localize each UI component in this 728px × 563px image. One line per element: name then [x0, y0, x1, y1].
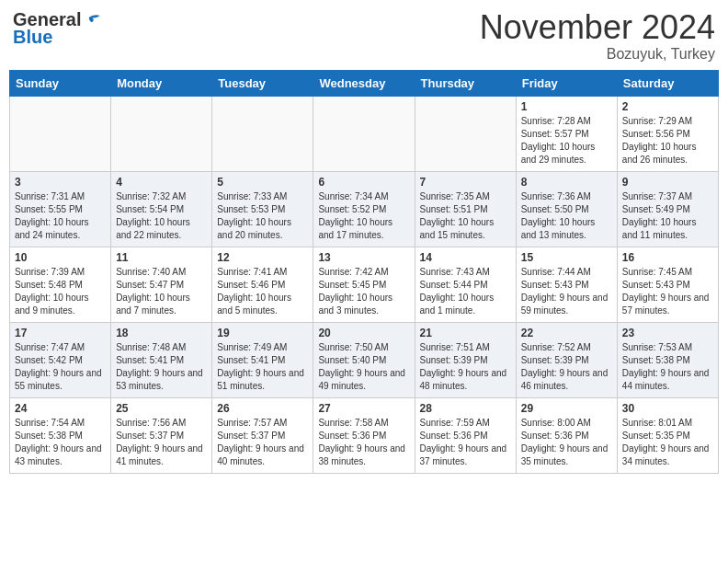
day-info: Sunrise: 7:28 AM Sunset: 5:57 PM Dayligh…	[521, 115, 612, 167]
day-info: Sunrise: 7:37 AM Sunset: 5:49 PM Dayligh…	[622, 190, 713, 242]
calendar-day-cell	[111, 96, 212, 171]
day-number: 9	[622, 176, 713, 189]
day-info: Sunrise: 7:48 AM Sunset: 5:41 PM Dayligh…	[116, 341, 207, 393]
day-info: Sunrise: 7:35 AM Sunset: 5:51 PM Dayligh…	[420, 190, 511, 242]
calendar-day-cell	[313, 96, 415, 171]
day-number: 17	[15, 327, 106, 339]
calendar-day-header: Thursday	[415, 70, 516, 96]
day-number: 22	[521, 327, 612, 339]
calendar-day-cell: 26Sunrise: 7:57 AM Sunset: 5:37 PM Dayli…	[212, 397, 313, 473]
calendar-day-header: Saturday	[617, 70, 718, 96]
calendar-day-cell: 9Sunrise: 7:37 AM Sunset: 5:49 PM Daylig…	[617, 171, 718, 247]
calendar-day-cell: 28Sunrise: 7:59 AM Sunset: 5:36 PM Dayli…	[415, 397, 516, 473]
day-number: 10	[15, 251, 106, 264]
day-info: Sunrise: 7:29 AM Sunset: 5:56 PM Dayligh…	[622, 115, 713, 167]
day-number: 26	[217, 402, 308, 415]
day-info: Sunrise: 7:56 AM Sunset: 5:37 PM Dayligh…	[116, 417, 207, 468]
calendar-day-cell: 24Sunrise: 7:54 AM Sunset: 5:38 PM Dayli…	[10, 397, 111, 473]
calendar-day-cell: 19Sunrise: 7:49 AM Sunset: 5:41 PM Dayli…	[212, 322, 313, 397]
day-info: Sunrise: 7:42 AM Sunset: 5:45 PM Dayligh…	[318, 266, 409, 317]
day-info: Sunrise: 7:39 AM Sunset: 5:48 PM Dayligh…	[15, 266, 106, 317]
calendar-day-cell: 1Sunrise: 7:28 AM Sunset: 5:57 PM Daylig…	[516, 96, 617, 171]
calendar-day-header: Sunday	[10, 70, 111, 96]
day-number: 21	[420, 327, 511, 339]
calendar-week-row: 10Sunrise: 7:39 AM Sunset: 5:48 PM Dayli…	[10, 247, 719, 322]
day-number: 13	[318, 251, 409, 264]
logo-blue: Blue	[13, 27, 52, 48]
calendar-day-cell: 17Sunrise: 7:47 AM Sunset: 5:42 PM Dayli…	[10, 322, 111, 397]
calendar-day-header: Friday	[516, 70, 617, 96]
calendar-day-cell: 22Sunrise: 7:52 AM Sunset: 5:39 PM Dayli…	[516, 322, 617, 397]
day-number: 8	[521, 176, 612, 189]
calendar-day-cell: 30Sunrise: 8:01 AM Sunset: 5:35 PM Dayli…	[617, 397, 718, 473]
day-info: Sunrise: 7:50 AM Sunset: 5:40 PM Dayligh…	[318, 341, 409, 393]
day-number: 18	[116, 327, 207, 339]
calendar-day-cell: 8Sunrise: 7:36 AM Sunset: 5:50 PM Daylig…	[516, 171, 617, 247]
day-info: Sunrise: 8:01 AM Sunset: 5:35 PM Dayligh…	[622, 417, 713, 468]
calendar-day-header: Monday	[111, 70, 212, 96]
calendar-day-cell: 15Sunrise: 7:44 AM Sunset: 5:43 PM Dayli…	[516, 247, 617, 322]
day-number: 1	[521, 100, 612, 113]
calendar-day-cell: 16Sunrise: 7:45 AM Sunset: 5:43 PM Dayli…	[617, 247, 718, 322]
day-number: 3	[15, 176, 106, 189]
day-number: 24	[15, 402, 106, 415]
day-number: 20	[318, 327, 409, 339]
day-info: Sunrise: 7:53 AM Sunset: 5:38 PM Dayligh…	[622, 341, 713, 393]
logo: General Blue	[13, 9, 101, 48]
day-number: 12	[217, 251, 308, 264]
calendar-week-row: 24Sunrise: 7:54 AM Sunset: 5:38 PM Dayli…	[10, 397, 719, 473]
day-info: Sunrise: 7:54 AM Sunset: 5:38 PM Dayligh…	[15, 417, 106, 468]
day-info: Sunrise: 7:51 AM Sunset: 5:39 PM Dayligh…	[420, 341, 511, 393]
calendar-table: SundayMondayTuesdayWednesdayThursdayFrid…	[9, 70, 719, 474]
calendar-week-row: 3Sunrise: 7:31 AM Sunset: 5:55 PM Daylig…	[10, 171, 719, 247]
day-number: 23	[622, 327, 713, 339]
month-title: November 2024	[480, 9, 715, 46]
day-number: 6	[318, 176, 409, 189]
calendar-day-cell: 11Sunrise: 7:40 AM Sunset: 5:47 PM Dayli…	[111, 247, 212, 322]
calendar-day-header: Tuesday	[212, 70, 313, 96]
calendar-day-cell: 29Sunrise: 8:00 AM Sunset: 5:36 PM Dayli…	[516, 397, 617, 473]
day-info: Sunrise: 7:44 AM Sunset: 5:43 PM Dayligh…	[521, 266, 612, 317]
day-info: Sunrise: 8:00 AM Sunset: 5:36 PM Dayligh…	[521, 417, 612, 468]
calendar-day-cell: 13Sunrise: 7:42 AM Sunset: 5:45 PM Dayli…	[313, 247, 415, 322]
calendar-day-cell	[212, 96, 313, 171]
day-number: 4	[116, 176, 207, 189]
calendar-day-cell: 18Sunrise: 7:48 AM Sunset: 5:41 PM Dayli…	[111, 322, 212, 397]
day-number: 29	[521, 402, 612, 415]
calendar-day-cell: 23Sunrise: 7:53 AM Sunset: 5:38 PM Dayli…	[617, 322, 718, 397]
day-info: Sunrise: 7:41 AM Sunset: 5:46 PM Dayligh…	[217, 266, 308, 317]
day-info: Sunrise: 7:57 AM Sunset: 5:37 PM Dayligh…	[217, 417, 308, 468]
calendar-day-cell: 25Sunrise: 7:56 AM Sunset: 5:37 PM Dayli…	[111, 397, 212, 473]
calendar-day-cell	[10, 96, 111, 171]
calendar-day-cell: 20Sunrise: 7:50 AM Sunset: 5:40 PM Dayli…	[313, 322, 415, 397]
calendar-week-row: 17Sunrise: 7:47 AM Sunset: 5:42 PM Dayli…	[10, 322, 719, 397]
calendar-day-cell: 12Sunrise: 7:41 AM Sunset: 5:46 PM Dayli…	[212, 247, 313, 322]
calendar-day-cell: 4Sunrise: 7:32 AM Sunset: 5:54 PM Daylig…	[111, 171, 212, 247]
calendar-header-row: SundayMondayTuesdayWednesdayThursdayFrid…	[10, 70, 719, 96]
day-number: 14	[420, 251, 511, 264]
calendar-day-cell: 27Sunrise: 7:58 AM Sunset: 5:36 PM Dayli…	[313, 397, 415, 473]
day-number: 7	[420, 176, 511, 189]
calendar-day-cell: 5Sunrise: 7:33 AM Sunset: 5:53 PM Daylig…	[212, 171, 313, 247]
calendar-day-cell: 6Sunrise: 7:34 AM Sunset: 5:52 PM Daylig…	[313, 171, 415, 247]
calendar-day-cell: 2Sunrise: 7:29 AM Sunset: 5:56 PM Daylig…	[617, 96, 718, 171]
day-number: 5	[217, 176, 308, 189]
day-info: Sunrise: 7:36 AM Sunset: 5:50 PM Dayligh…	[521, 190, 612, 242]
calendar-day-cell: 7Sunrise: 7:35 AM Sunset: 5:51 PM Daylig…	[415, 171, 516, 247]
logo-bird-icon	[83, 11, 101, 29]
day-number: 15	[521, 251, 612, 264]
day-number: 25	[116, 402, 207, 415]
day-info: Sunrise: 7:43 AM Sunset: 5:44 PM Dayligh…	[420, 266, 511, 317]
day-number: 2	[622, 100, 713, 113]
day-number: 30	[622, 402, 713, 415]
day-info: Sunrise: 7:32 AM Sunset: 5:54 PM Dayligh…	[116, 190, 207, 242]
day-info: Sunrise: 7:45 AM Sunset: 5:43 PM Dayligh…	[622, 266, 713, 317]
day-number: 27	[318, 402, 409, 415]
page-header: General Blue November 2024 Bozuyuk, Turk…	[9, 9, 719, 63]
calendar-day-cell: 3Sunrise: 7:31 AM Sunset: 5:55 PM Daylig…	[10, 171, 111, 247]
day-info: Sunrise: 7:33 AM Sunset: 5:53 PM Dayligh…	[217, 190, 308, 242]
calendar-day-cell	[415, 96, 516, 171]
day-info: Sunrise: 7:59 AM Sunset: 5:36 PM Dayligh…	[420, 417, 511, 468]
day-info: Sunrise: 7:40 AM Sunset: 5:47 PM Dayligh…	[116, 266, 207, 317]
day-info: Sunrise: 7:58 AM Sunset: 5:36 PM Dayligh…	[318, 417, 409, 468]
